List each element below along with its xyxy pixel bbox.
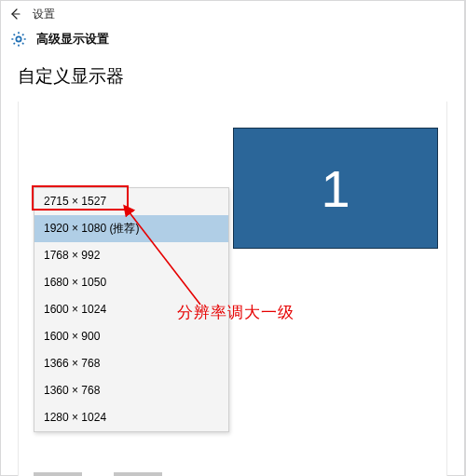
monitor-preview[interactable]: 1 [233,128,438,249]
resolution-option[interactable]: 1768 × 992 [34,242,228,269]
svg-point-1 [16,36,21,41]
monitor-number: 1 [321,158,350,219]
titlebar-label: 设置 [33,7,55,22]
bottom-buttons [34,472,162,476]
cancel-button[interactable] [114,472,162,476]
titlebar: 设置 [1,1,464,27]
resolution-dropdown[interactable]: 2715 × 15271920 × 1080 (推荐)1768 × 992168… [34,187,229,432]
page-heading: 自定义显示器 [18,64,447,88]
content-region: 自定义显示器 1 2715 × 15271920 × 1080 (推荐)1768… [1,55,464,476]
resolution-option[interactable]: 1360 × 768 [34,377,228,404]
resolution-option[interactable]: 1600 × 1024 [34,296,228,323]
resolution-option[interactable]: 1600 × 900 [34,323,228,350]
apply-button[interactable] [34,472,82,476]
back-button[interactable] [7,6,23,22]
resolution-option[interactable]: 2715 × 1527 [34,188,228,215]
section-header: 高级显示设置 [1,27,464,55]
resolution-option[interactable]: 1280 × 1024 [34,404,228,431]
arrow-left-icon [8,7,21,20]
section-header-label: 高级显示设置 [36,31,109,48]
gear-icon [8,29,29,49]
resolution-option[interactable]: 1920 × 1080 (推荐) [34,215,228,242]
resolution-option[interactable]: 1366 × 768 [34,350,228,377]
resolution-option[interactable]: 1680 × 1050 [34,269,228,296]
display-panel: 1 2715 × 15271920 × 1080 (推荐)1768 × 9921… [18,102,447,476]
